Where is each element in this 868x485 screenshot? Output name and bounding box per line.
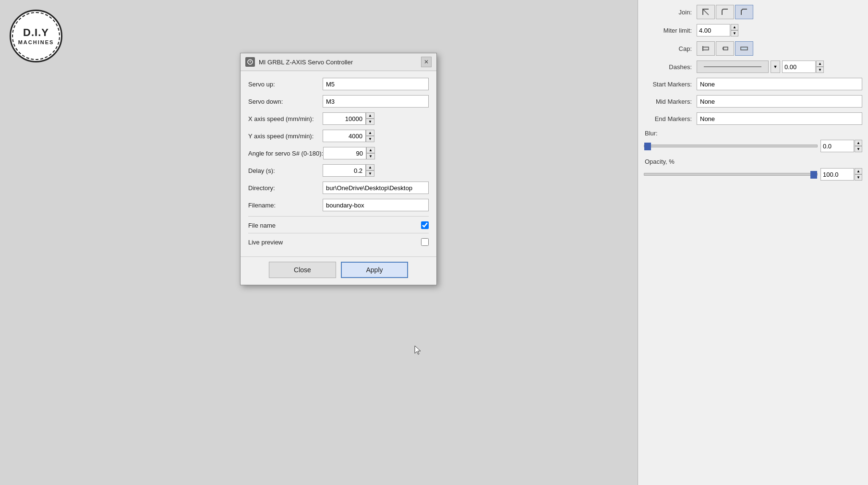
cap-round-btn[interactable]: [716, 41, 734, 56]
y-axis-down-btn[interactable]: ▼: [366, 136, 374, 142]
cap-row: Cap:: [644, 41, 862, 56]
filename-row: Filename:: [248, 199, 429, 211]
blur-down-btn[interactable]: ▼: [855, 146, 862, 152]
y-axis-row: Y axis speed (mm/min): ▲ ▼: [248, 130, 429, 142]
miter-up-btn[interactable]: ▲: [731, 24, 738, 30]
svg-rect-1: [703, 47, 709, 50]
separator-1: [248, 216, 429, 217]
diy-machines-logo: D.I.Y machines: [10, 10, 62, 62]
opacity-label: Opacity, %: [644, 158, 862, 165]
x-axis-arrows: ▲ ▼: [366, 112, 374, 125]
delay-up-btn[interactable]: ▲: [366, 164, 374, 170]
directory-input[interactable]: [323, 182, 429, 194]
blur-slider-thumb[interactable]: [644, 143, 651, 150]
servo-down-input[interactable]: [323, 95, 429, 108]
dialog-title-bar[interactable]: MI GRBL Z-AXIS Servo Controller ✕: [241, 53, 436, 71]
svg-rect-3: [723, 47, 728, 50]
mid-markers-select[interactable]: None: [697, 95, 862, 108]
y-axis-arrows: ▲ ▼: [366, 130, 374, 142]
y-axis-input[interactable]: [323, 130, 366, 142]
dialog-icon: [245, 57, 255, 67]
servo-up-label: Servo up:: [248, 81, 323, 88]
live-preview-checkbox[interactable]: [421, 238, 429, 246]
blur-spinner: ▲ ▼: [820, 140, 862, 152]
dashes-input[interactable]: [782, 61, 816, 73]
join-row: Join:: [644, 5, 862, 19]
servo-down-label: Servo down:: [248, 98, 323, 105]
opacity-section: Opacity, % ▲ ▼: [644, 158, 862, 181]
opacity-input[interactable]: [820, 168, 854, 181]
dialog-body: Servo up: Servo down: X axis speed (mm/m…: [241, 71, 436, 256]
angle-arrows: ▲ ▼: [366, 147, 375, 159]
dialog-footer: Close Apply: [241, 256, 436, 285]
blur-section: Blur: ▲ ▼: [644, 130, 862, 152]
angle-down-btn[interactable]: ▼: [366, 153, 375, 159]
mid-markers-label: Mid Markers:: [644, 98, 697, 105]
x-axis-spinner: ▲ ▼: [323, 112, 374, 125]
file-name-checkbox[interactable]: [421, 221, 429, 229]
miter-limit-label: Miter limit:: [644, 27, 697, 34]
dashes-spinner: ▲ ▼: [782, 61, 824, 73]
dialog-title-text: MI GRBL Z-AXIS Servo Controller: [259, 59, 353, 66]
opacity-down-btn[interactable]: ▼: [855, 174, 862, 181]
end-markers-select-container: None: [697, 112, 862, 125]
end-markers-select[interactable]: None: [697, 112, 862, 125]
miter-down-btn[interactable]: ▼: [731, 30, 738, 36]
angle-row: Angle for servo S# (0-180): ▲ ▼: [248, 147, 429, 159]
separator-2: [248, 233, 429, 233]
live-preview-label: Live preview: [248, 239, 283, 246]
filename-input[interactable]: [323, 199, 429, 211]
cap-butt-btn[interactable]: [697, 41, 715, 56]
x-axis-input[interactable]: [323, 112, 366, 125]
opacity-slider-track: [644, 173, 818, 176]
join-bevel-btn[interactable]: [735, 5, 753, 19]
servo-up-input[interactable]: [323, 78, 429, 90]
servo-controller-dialog: MI GRBL Z-AXIS Servo Controller ✕ Servo …: [240, 53, 437, 285]
blur-up-btn[interactable]: ▲: [855, 140, 862, 146]
blur-input[interactable]: [820, 140, 854, 152]
mid-markers-row: Mid Markers: None: [644, 95, 862, 108]
miter-input[interactable]: [697, 24, 730, 36]
end-markers-label: End Markers:: [644, 115, 697, 122]
join-label: Join:: [644, 9, 697, 16]
x-axis-row: X axis speed (mm/min): ▲ ▼: [248, 112, 429, 125]
start-markers-row: Start Markers: None: [644, 78, 862, 90]
dashes-up-btn[interactable]: ▲: [816, 61, 824, 67]
right-panel: Join: Miter limit: ▲ ▼ Cap:: [638, 0, 868, 485]
delay-input[interactable]: [323, 164, 366, 177]
cap-label: Cap:: [644, 45, 697, 52]
dialog-close-x-btn[interactable]: ✕: [421, 57, 432, 67]
delay-down-btn[interactable]: ▼: [366, 170, 374, 177]
cap-buttons: [697, 41, 753, 56]
opacity-spinner: ▲ ▼: [820, 168, 862, 181]
cap-square-btn[interactable]: [735, 41, 753, 56]
y-axis-label: Y axis speed (mm/min):: [248, 133, 323, 140]
opacity-slider-thumb[interactable]: [810, 171, 817, 179]
angle-up-btn[interactable]: ▲: [366, 147, 375, 153]
opacity-up-btn[interactable]: ▲: [855, 168, 862, 174]
delay-row: Delay (s): ▲ ▼: [248, 164, 429, 177]
x-axis-up-btn[interactable]: ▲: [366, 112, 374, 119]
dashes-down-btn[interactable]: ▼: [816, 67, 824, 73]
join-round-btn[interactable]: [716, 5, 734, 19]
end-markers-row: End Markers: None: [644, 112, 862, 125]
servo-up-row: Servo up:: [248, 78, 429, 90]
dashes-row: Dashes: ▼ ▲ ▼: [644, 61, 862, 73]
start-markers-select[interactable]: None: [697, 78, 862, 90]
svg-line-0: [703, 9, 709, 15]
servo-down-row: Servo down:: [248, 95, 429, 108]
filename-label: Filename:: [248, 202, 323, 209]
x-axis-down-btn[interactable]: ▼: [366, 119, 374, 125]
y-axis-up-btn[interactable]: ▲: [366, 130, 374, 136]
directory-row: Directory:: [248, 182, 429, 194]
dashes-dropdown-btn[interactable]: ▼: [771, 61, 780, 73]
angle-input[interactable]: [323, 147, 366, 159]
join-miter-btn[interactable]: [697, 5, 715, 19]
close-button[interactable]: Close: [269, 262, 336, 278]
apply-button[interactable]: Apply: [341, 262, 408, 278]
miter-spinner: ▲ ▼: [697, 24, 738, 36]
live-preview-checkbox-row: Live preview: [248, 238, 429, 246]
miter-arrows: ▲ ▼: [731, 24, 738, 36]
start-markers-select-container: None: [697, 78, 862, 90]
opacity-slider-row: ▲ ▼: [644, 168, 862, 181]
